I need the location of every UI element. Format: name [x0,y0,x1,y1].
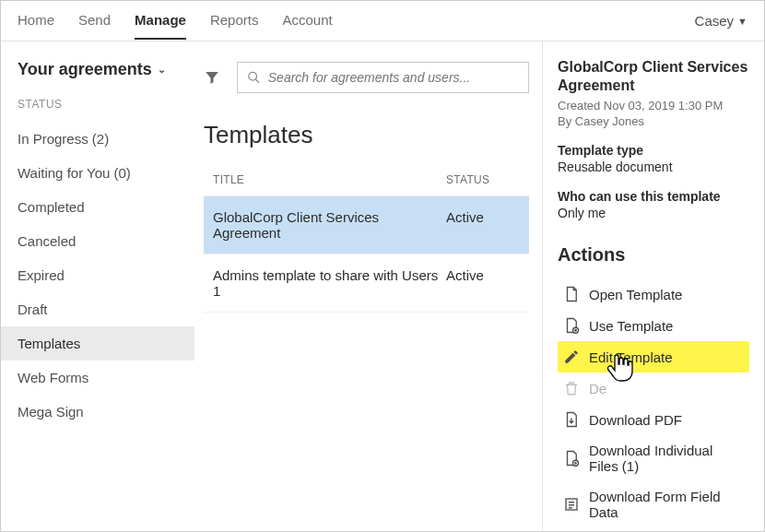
nav-manage[interactable]: Manage [135,2,186,40]
user-menu[interactable]: Casey ▼ [695,13,747,29]
search-box[interactable] [237,62,529,93]
download-icon [563,411,580,428]
row-status: Active [446,267,520,299]
action-label: Use Template [589,318,673,334]
center-heading: Templates [204,121,529,149]
filter-icon[interactable] [204,69,220,86]
action-use-template[interactable]: Use Template [558,310,749,341]
action-label: Download Individual Files (1) [589,443,744,474]
sidebar-item-templates[interactable]: Templates [1,326,194,361]
row-title: GlobalCorp Client Services Agreement [213,209,446,241]
action-delete: De [558,372,749,404]
sidebar-item-web-forms[interactable]: Web Forms [1,361,194,395]
svg-point-0 [249,72,257,80]
nav-send[interactable]: Send [78,2,111,40]
top-nav: Home Send Manage Reports Account Casey ▼ [1,1,764,41]
action-open-template[interactable]: Open Template [558,278,749,310]
top-nav-left: Home Send Manage Reports Account [18,2,333,40]
search-icon [247,70,261,85]
chevron-down-icon: ▼ [737,16,747,27]
sidebar-item-completed[interactable]: Completed [1,190,194,224]
actions-heading: Actions [558,244,749,266]
row-title: Admins template to share with Users 1 [213,267,446,299]
center-panel: Templates TITLE STATUS GlobalCorp Client… [194,41,543,531]
center-toolbar [204,62,529,93]
col-title-header[interactable]: TITLE [213,173,446,186]
action-label: Open Template [589,287,682,302]
trash-icon [563,380,580,396]
row-status: Active [446,209,520,241]
who-label: Who can use this template [558,189,749,204]
main-layout: Your agreements ⌄ STATUS In Progress (2)… [1,41,764,531]
sidebar-item-waiting[interactable]: Waiting for You (0) [1,156,194,190]
chevron-down-icon: ⌄ [158,64,166,76]
details-created: Created Nov 03, 2019 1:30 PM [558,99,749,112]
details-panel: GlobalCorp Client Services Agreement Cre… [543,41,764,531]
action-label: Edit Template [589,349,673,365]
template-type-label: Template type [558,143,749,158]
nav-reports[interactable]: Reports [210,2,259,40]
table-header: TITLE STATUS [204,173,529,196]
document-plus-icon [563,317,580,334]
table-row[interactable]: Admins template to share with Users 1 Ac… [204,254,529,313]
document-icon [563,286,580,302]
form-data-icon [563,496,580,513]
action-edit-template[interactable]: Edit Template [558,341,749,372]
col-status-header[interactable]: STATUS [446,173,520,186]
details-author: By Casey Jones [558,114,749,128]
sidebar-item-draft[interactable]: Draft [1,292,194,326]
search-input[interactable] [268,70,519,85]
user-name: Casey [695,13,735,29]
action-notes[interactable]: Notes [558,527,749,531]
details-title: GlobalCorp Client Services Agreement [558,58,749,95]
sidebar-title-text: Your agreements [18,60,152,79]
action-download-files[interactable]: Download Individual Files (1) [558,435,749,481]
sidebar-title-dropdown[interactable]: Your agreements ⌄ [1,60,194,98]
download-files-icon [563,450,580,467]
pencil-icon [563,349,580,365]
sidebar-section-label: STATUS [1,98,194,122]
action-label: Download PDF [589,412,682,428]
sidebar-item-in-progress[interactable]: In Progress (2) [1,122,194,156]
sidebar-item-canceled[interactable]: Canceled [1,224,194,258]
table-row[interactable]: GlobalCorp Client Services Agreement Act… [204,196,529,254]
sidebar: Your agreements ⌄ STATUS In Progress (2)… [1,41,194,531]
sidebar-item-expired[interactable]: Expired [1,258,194,292]
action-download-form-data[interactable]: Download Form Field Data [558,481,749,527]
action-label: Download Form Field Data [589,489,744,520]
sidebar-item-mega-sign[interactable]: Mega Sign [1,395,194,429]
action-label: De [589,381,606,396]
template-type-value: Reusable document [558,160,749,174]
nav-home[interactable]: Home [18,2,54,40]
action-download-pdf[interactable]: Download PDF [558,404,749,435]
who-value: Only me [558,206,749,220]
nav-account[interactable]: Account [282,2,332,40]
